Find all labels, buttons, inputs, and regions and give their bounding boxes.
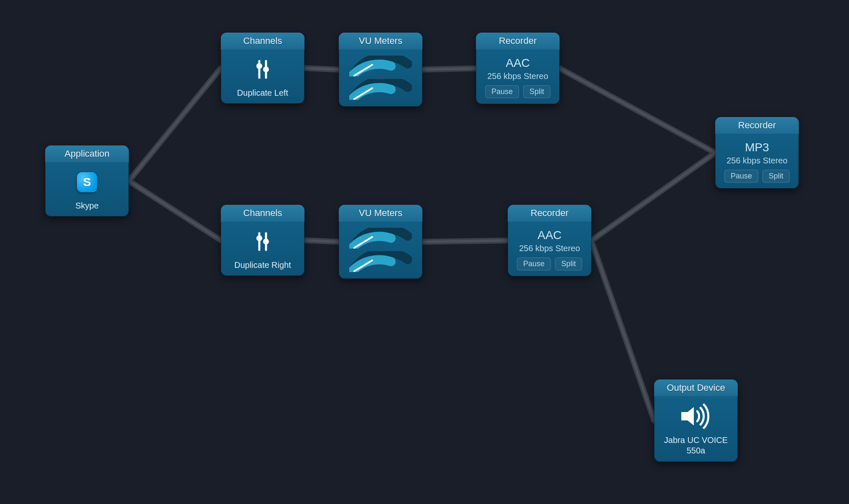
speaker-icon — [657, 402, 734, 431]
node-recorder-aac-top[interactable]: Recorder AAC 256 kbps Stereo Pause Split — [476, 33, 560, 104]
node-recorder-mp3[interactable]: Recorder MP3 256 kbps Stereo Pause Split — [715, 117, 799, 188]
recorder-detail: 256 kbps Stereo — [719, 156, 795, 165]
node-title: Recorder — [476, 33, 560, 50]
svg-point-21 — [263, 66, 269, 72]
svg-line-16 — [591, 153, 715, 241]
sliders-icon — [224, 55, 301, 84]
svg-point-24 — [256, 235, 262, 241]
svg-line-17 — [591, 241, 654, 421]
svg-point-20 — [256, 63, 262, 69]
svg-line-2 — [304, 68, 339, 70]
svg-line-9 — [129, 68, 221, 181]
svg-line-6 — [560, 69, 715, 153]
vu-meter-icon — [342, 227, 419, 273]
svg-point-25 — [263, 239, 269, 244]
svg-line-4 — [422, 69, 476, 70]
svg-line-14 — [422, 241, 508, 242]
pause-button[interactable]: Pause — [724, 170, 758, 183]
node-channels-top[interactable]: Channels Duplicate Left — [221, 33, 304, 104]
pause-button[interactable]: Pause — [485, 85, 519, 98]
svg-line-10 — [129, 181, 221, 240]
node-vumeters-bottom[interactable]: VU Meters — [339, 205, 422, 279]
svg-line-13 — [422, 69, 476, 70]
node-title: Recorder — [715, 117, 799, 134]
svg-line-8 — [591, 241, 654, 421]
svg-line-1 — [129, 181, 221, 240]
svg-line-11 — [304, 68, 339, 70]
node-label: Duplicate Left — [224, 88, 301, 98]
node-channels-bottom[interactable]: Channels Duplicate Right — [221, 205, 304, 276]
svg-line-3 — [304, 240, 339, 242]
svg-line-7 — [591, 153, 715, 241]
node-label: Jabra UC VOICE 550a — [657, 435, 734, 456]
split-button[interactable]: Split — [762, 170, 790, 183]
split-button[interactable]: Split — [555, 257, 582, 270]
node-title: Application — [45, 145, 129, 163]
recorder-detail: 256 kbps Stereo — [511, 244, 588, 253]
svg-line-15 — [560, 69, 715, 153]
node-title: VU Meters — [339, 205, 422, 222]
node-vumeters-top[interactable]: VU Meters — [339, 33, 422, 107]
node-label: Skype — [49, 201, 125, 211]
node-label: Duplicate Right — [224, 260, 301, 270]
pause-button[interactable]: Pause — [517, 257, 551, 270]
node-title: VU Meters — [339, 33, 422, 50]
recorder-format: MP3 — [719, 141, 795, 154]
recorder-format: AAC — [511, 229, 588, 242]
svg-line-0 — [129, 68, 221, 181]
svg-marker-30 — [681, 407, 694, 425]
node-title: Output Device — [654, 379, 738, 397]
recorder-detail: 256 kbps Stereo — [479, 71, 556, 81]
skype-icon: S — [49, 168, 125, 197]
diagram-canvas: Application S Skype Channels Duplic — [0, 0, 849, 504]
node-title: Channels — [221, 205, 304, 222]
node-application[interactable]: Application S Skype — [45, 145, 129, 216]
vu-meter-icon — [342, 55, 419, 101]
svg-line-12 — [304, 240, 339, 242]
node-title: Recorder — [508, 205, 591, 222]
node-title: Channels — [221, 33, 304, 50]
split-button[interactable]: Split — [523, 85, 550, 98]
sliders-icon — [224, 227, 301, 256]
node-output-device[interactable]: Output Device Jabra UC VOICE 550a — [654, 379, 738, 462]
node-recorder-aac-bottom[interactable]: Recorder AAC 256 kbps Stereo Pause Split — [508, 205, 591, 276]
recorder-format: AAC — [479, 56, 556, 70]
svg-line-5 — [422, 241, 508, 242]
